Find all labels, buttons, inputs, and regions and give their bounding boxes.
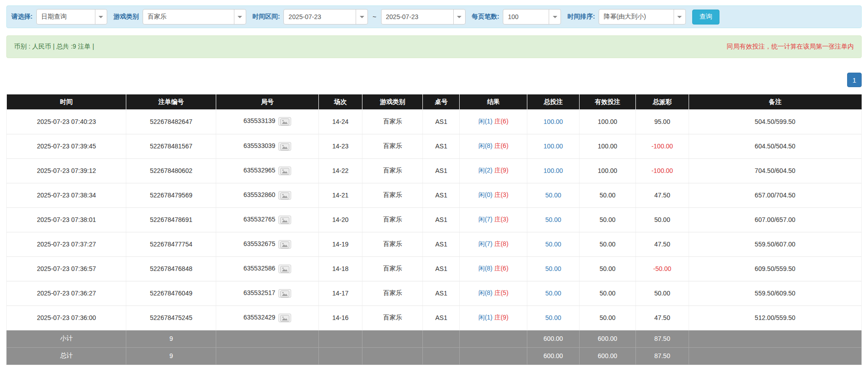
total-bet-link[interactable]: 50.00 [545,290,561,297]
round-id-cell: 635533139 [216,109,319,134]
table-no-cell: AS1 [423,158,460,183]
chevron-down-icon [453,10,465,24]
payout-cell: 47.50 [636,232,689,256]
payout-cell: -100.00 [636,158,689,183]
game-type-cell: 百家乐 [362,158,423,183]
round-replay-icon[interactable] [278,265,291,273]
query-type-value: 日期查询 [41,13,67,21]
valid-bet-cell: 100.00 [579,158,635,183]
session-cell: 14-19 [318,232,362,256]
empty-cell [216,330,319,347]
remark-cell: 512.00/559.50 [689,305,861,330]
currency-total-text: 币别 : 人民币 | 总共 :9 注单 | [14,43,94,51]
total-bet-link[interactable]: 50.00 [545,192,561,199]
table-no-cell: AS1 [423,232,460,256]
banker-result: 庄(9) [494,314,508,321]
total-bet-link[interactable]: 50.00 [545,241,561,248]
player-result: 闲(8) [478,289,492,296]
total-bet-link[interactable]: 100.00 [544,118,563,125]
payout-value: 47.50 [654,314,670,321]
query-type-label: 请选择: [11,13,33,21]
round-id-cell: 635532765 [216,207,319,232]
banker-result: 庄(6) [494,118,508,125]
bet-id-cell: 522678479569 [126,183,216,207]
page-size-select[interactable]: 100 [503,9,561,25]
round-replay-icon[interactable] [278,314,291,322]
date-from-select[interactable]: 2025-07-23 [283,9,368,25]
game-type-cell: 百家乐 [362,183,423,207]
bet-time-cell: 2025-07-23 07:40:23 [7,109,126,134]
round-replay-icon[interactable] [278,117,291,126]
date-from-value: 2025-07-23 [288,13,321,20]
total-bet-cell: 50.00 [527,256,580,281]
banker-result: 庄(8) [494,240,508,247]
date-to-select[interactable]: 2025-07-23 [381,9,466,25]
total-bet-cell: 50.00 [527,232,580,256]
page-size-label: 每页笔数: [472,13,500,21]
query-type-select[interactable]: 日期查询 [36,9,107,25]
bet-id-cell: 522678477754 [126,232,216,256]
banker-result: 庄(9) [494,167,508,174]
chevron-down-icon [356,10,367,24]
total-bet-link[interactable]: 50.00 [545,265,561,272]
player-result: 闲(8) [478,142,492,149]
round-replay-icon[interactable] [278,167,291,175]
table-no-cell: AS1 [423,256,460,281]
session-cell: 14-18 [318,256,362,281]
time-sort-select[interactable]: 降幂(由大到小) [599,9,686,25]
round-replay-icon[interactable] [278,216,291,224]
remark-cell: 604.50/504.50 [689,134,861,158]
payout-value: -50.00 [653,265,671,272]
round-replay-icon[interactable] [278,240,291,249]
subtotal-total-bet: 600.00 [527,330,580,347]
grand-total-row: 总计 9 600.00 600.00 87.50 [7,347,862,364]
bets-table: 时间 注单编号 局号 场次 游戏类别 桌号 结果 总投注 有效投注 总派彩 备注… [6,94,862,365]
session-cell: 14-20 [318,207,362,232]
round-id: 635533039 [243,142,275,149]
round-replay-icon[interactable] [278,289,291,298]
page-1-button[interactable]: 1 [847,73,862,87]
total-bet-cell: 100.00 [527,109,580,134]
search-button[interactable]: 查询 [692,10,719,25]
table-header: 时间 注单编号 局号 场次 游戏类别 桌号 结果 总投注 有效投注 总派彩 备注 [7,94,862,109]
total-bet-link[interactable]: 100.00 [544,167,563,174]
banker-result: 庄(3) [494,191,508,198]
player-result: 闲(7) [478,216,492,223]
bet-row: 2025-07-23 07:36:00522678475245635532429… [7,305,862,330]
header-table-no: 桌号 [423,94,460,109]
total-bet-link[interactable]: 100.00 [544,143,563,150]
game-type-cell: 百家乐 [362,207,423,232]
total-bet-link[interactable]: 50.00 [545,216,561,223]
total-total-bet: 600.00 [527,347,580,364]
round-replay-icon[interactable] [278,191,291,200]
payout-value: -100.00 [651,143,673,150]
table-footer: 小计 9 600.00 600.00 87.50 总计 9 6 [7,330,862,364]
empty-cell [423,330,460,347]
header-remark: 备注 [689,94,861,109]
round-id: 635532965 [243,167,275,174]
empty-cell [318,347,362,364]
subtotal-payout: 87.50 [636,330,689,347]
result-cell: 闲(8) 庄(5) [460,281,527,305]
empty-cell [362,330,423,347]
total-bet-link[interactable]: 50.00 [545,314,561,321]
payout-cell: 47.50 [636,183,689,207]
round-replay-icon[interactable] [278,142,291,151]
session-cell: 14-22 [318,158,362,183]
header-total-bet: 总投注 [527,94,580,109]
bet-row: 2025-07-23 07:39:45522678481567635533039… [7,134,862,158]
table-no-cell: AS1 [423,109,460,134]
round-id-cell: 635532675 [216,232,319,256]
chevron-down-icon [674,10,685,24]
empty-cell [423,347,460,364]
remark-cell: 609.50/559.50 [689,256,861,281]
bet-id-cell: 522678475245 [126,305,216,330]
remark-cell: 559.50/607.00 [689,232,861,256]
round-id: 635532860 [243,191,275,198]
total-payout: 87.50 [636,347,689,364]
bet-time-cell: 2025-07-23 07:39:12 [7,158,126,183]
table-no-cell: AS1 [423,207,460,232]
bet-row: 2025-07-23 07:38:34522678479569635532860… [7,183,862,207]
empty-cell [689,347,861,364]
game-type-select[interactable]: 百家乐 [143,9,246,25]
